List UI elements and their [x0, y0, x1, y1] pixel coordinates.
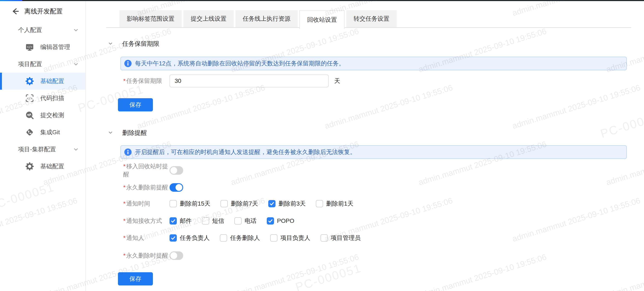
- tab-impact-label-scope[interactable]: 影响标签范围设置: [120, 10, 182, 27]
- before-permanent-delete-reminder-toggle[interactable]: [170, 183, 183, 192]
- window-top-strip-accent: [0, 0, 22, 1]
- field-label: 通知人: [123, 234, 170, 242]
- sidebar-item-label: 代码扫描: [40, 94, 64, 102]
- checkbox-icon: [220, 234, 227, 242]
- tab-submit-online[interactable]: 提交上线设置: [184, 10, 234, 27]
- watermark-id-text: PC-000051: [598, 108, 644, 141]
- sidebar-item-cluster-basic-config[interactable]: 基础配置: [0, 158, 85, 175]
- field-label: 永久删除前提醒: [123, 183, 170, 192]
- watermark-text: admin.mammut 2025-09-10 19:55:06: [511, 0, 642, 18]
- checkbox-label: POPO: [277, 218, 294, 224]
- sidebar-item-label: 基础配置: [40, 77, 64, 85]
- save-button-retention[interactable]: 保存: [118, 98, 153, 111]
- sidebar: 离线开发配置 个人配置 </> 编辑器管理 项目配置 基础配置 </> 代码扫描…: [0, 1, 86, 291]
- save-button-delete-reminder[interactable]: 保存: [118, 272, 153, 286]
- sidebar-item-basic-config[interactable]: 基础配置: [0, 73, 85, 90]
- checkbox-icon: [270, 234, 278, 242]
- notify-time-options: 删除前15天 删除前7天 删除前3天 删除前1天: [170, 200, 353, 208]
- on-permanent-delete-reminder-toggle[interactable]: [170, 251, 183, 260]
- tab-task-online-resources[interactable]: 任务线上执行资源: [236, 10, 298, 27]
- checkbox-project-owner[interactable]: 项目负责人: [270, 234, 310, 242]
- watermark-text: admin.mammut 2025-09-10 19:55:06: [417, 253, 548, 291]
- watermark-text: admin.mammut 2025-09-10 19:55:06: [605, 253, 644, 291]
- tab-transfer-task-settings[interactable]: 转交任务设置: [346, 10, 397, 27]
- gear-icon: [25, 76, 34, 86]
- checkbox-label: 邮件: [180, 217, 192, 225]
- checkbox-before-3-days[interactable]: 删除前3天: [268, 200, 306, 208]
- section-task-retention-header[interactable]: 任务保留期限: [108, 40, 159, 48]
- checkbox-popo[interactable]: POPO: [267, 217, 294, 225]
- sidebar-item-label: 基础配置: [40, 162, 64, 170]
- form-row-move-to-recycle-reminder: 移入回收站时提醒: [123, 166, 183, 175]
- sidebar-group-project-cluster[interactable]: 项目-集群配置: [0, 141, 85, 158]
- info-banner-text: 开启提醒后，可在相应的时机向通知人发送提醒，避免任务被永久删除后无法恢复。: [135, 148, 356, 156]
- commit-check-icon: [25, 111, 34, 120]
- checkbox-label: 任务负责人: [180, 234, 210, 242]
- checkbox-task-owner[interactable]: 任务负责人: [170, 234, 210, 242]
- field-suffix: 天: [334, 77, 340, 85]
- tab-label: 任务线上执行资源: [243, 15, 290, 23]
- checkbox-email[interactable]: 邮件: [170, 217, 192, 225]
- sidebar-group-label: 项目-集群配置: [18, 145, 56, 153]
- sidebar-item-commit-check[interactable]: 提交检测: [0, 107, 85, 124]
- info-icon: [124, 60, 132, 67]
- checkbox-icon: [170, 200, 177, 207]
- watermark-text: admin.mammut 2025-09-10 19:55:06: [511, 83, 642, 131]
- svg-text:</>: </>: [27, 96, 32, 100]
- field-label: 任务保留期限: [123, 77, 170, 85]
- watermark-text: admin.mammut 2025-09-10 19:55:06: [230, 253, 360, 291]
- checkbox-icon: [170, 234, 177, 242]
- field-label: 永久删除时提醒: [123, 252, 170, 260]
- section-title: 删除提醒: [122, 129, 147, 137]
- chevron-down-icon: [73, 61, 79, 69]
- checkbox-before-15-days[interactable]: 删除前15天: [170, 200, 210, 208]
- form-row-before-permanent-delete-reminder: 永久删除前提醒: [123, 183, 183, 192]
- form-row-on-permanent-delete-reminder: 永久删除时提醒: [123, 251, 183, 260]
- chevron-down-icon: [108, 130, 113, 136]
- checkbox-project-admin[interactable]: 项目管理员: [320, 234, 360, 242]
- checkbox-task-deleter[interactable]: 任务删除人: [220, 234, 260, 242]
- code-scan-icon: </>: [25, 93, 34, 103]
- notify-method-options: 邮件 短信 电话 POPO: [170, 217, 294, 225]
- checkbox-sms[interactable]: 短信: [202, 217, 224, 225]
- sidebar-item-code-scan[interactable]: </> 代码扫描: [0, 90, 85, 107]
- watermark-id-text: PC-000051: [294, 261, 363, 291]
- tab-recycle-bin-settings[interactable]: 回收站设置: [300, 10, 344, 29]
- info-banner-retention: 每天中午12点，系统将自动删除在回收站停留的天数达到任务保留期限的任务。: [120, 57, 627, 70]
- checkbox-icon: [268, 200, 276, 207]
- watermark-text: admin.mammut 2025-09-10 19:55:06: [136, 83, 266, 131]
- checkbox-icon: [320, 234, 328, 242]
- section-title: 任务保留期限: [122, 40, 159, 48]
- form-row-notify-method: 通知接收方式 邮件 短信 电话 POPO: [123, 217, 294, 225]
- checkbox-icon: [316, 200, 323, 207]
- watermark-text: admin.mammut 2025-09-10 19:55:06: [324, 83, 454, 131]
- editor-icon: </>: [25, 42, 34, 52]
- tab-label: 回收站设置: [307, 16, 337, 24]
- sidebar-item-git-integration[interactable]: 集成Git: [0, 124, 85, 141]
- sidebar-group-project[interactable]: 项目配置: [0, 56, 85, 73]
- section-delete-reminder-header[interactable]: 删除提醒: [108, 129, 147, 137]
- checkbox-before-1-day[interactable]: 删除前1天: [316, 200, 353, 208]
- move-to-recycle-reminder-toggle[interactable]: [170, 166, 183, 175]
- sidebar-item-label: 编辑器管理: [40, 43, 70, 51]
- checkbox-label: 电话: [244, 217, 256, 225]
- info-banner-text: 每天中午12点，系统将自动删除在回收站停留的天数达到任务保留期限的任务。: [135, 59, 344, 67]
- chevron-down-icon: [73, 146, 79, 154]
- checkbox-before-7-days[interactable]: 删除前7天: [220, 200, 258, 208]
- page-title: 离线开发配置: [24, 7, 63, 16]
- checkbox-label: 删除前15天: [180, 200, 210, 208]
- sidebar-item-editor-management[interactable]: </> 编辑器管理: [0, 38, 85, 56]
- retention-days-input[interactable]: [170, 74, 328, 87]
- git-icon: [25, 128, 34, 137]
- window-top-strip: [0, 0, 644, 1]
- sidebar-item-label: 提交检测: [40, 111, 64, 119]
- notify-person-options: 任务负责人 任务删除人 项目负责人 项目管理员: [170, 234, 360, 242]
- sidebar-group-personal[interactable]: 个人配置: [0, 21, 85, 38]
- checkbox-icon: [267, 217, 274, 225]
- gear-icon: [25, 162, 34, 171]
- form-row-notify-person: 通知人 任务负责人 任务删除人 项目负责人 项目管理员: [123, 234, 360, 242]
- back-button[interactable]: [11, 7, 20, 15]
- checkbox-icon: [220, 200, 228, 207]
- checkbox-phone[interactable]: 电话: [234, 217, 256, 225]
- checkbox-label: 删除前3天: [278, 200, 306, 208]
